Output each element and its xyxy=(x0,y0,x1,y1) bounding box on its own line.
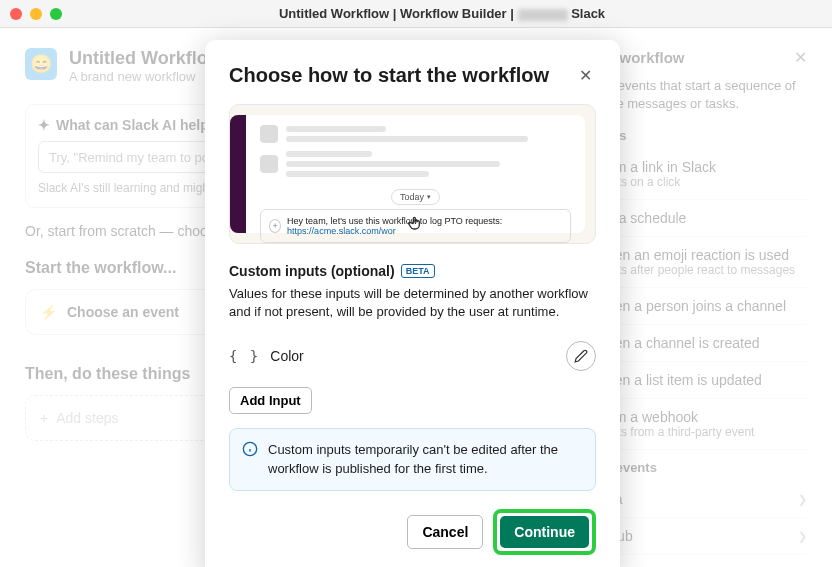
trigger-preview: Today ▾ + Hey team, let's use this workf… xyxy=(229,104,596,244)
custom-inputs-desc: Values for these inputs will be determin… xyxy=(229,285,596,321)
braces-icon: { } xyxy=(229,348,260,364)
cursor-hand-icon xyxy=(408,215,424,231)
window-titlebar: Untitled Workflow | Workflow Builder | S… xyxy=(0,0,832,28)
info-callout: Custom inputs temporarily can't be edite… xyxy=(229,428,596,490)
pencil-icon xyxy=(574,349,588,363)
custom-inputs-heading: Custom inputs (optional) BETA xyxy=(229,263,435,279)
cancel-button[interactable]: Cancel xyxy=(407,515,483,549)
info-icon xyxy=(242,441,258,477)
close-window-button[interactable] xyxy=(10,8,22,20)
continue-button[interactable]: Continue xyxy=(500,516,589,548)
modal-title: Choose how to start the workflow xyxy=(229,64,549,87)
add-input-button[interactable]: Add Input xyxy=(229,387,312,414)
continue-highlight: Continue xyxy=(493,509,596,555)
today-pill: Today ▾ xyxy=(391,189,440,205)
minimize-window-button[interactable] xyxy=(30,8,42,20)
input-name: Color xyxy=(270,348,303,364)
beta-badge: BETA xyxy=(401,264,435,278)
custom-input-row: { } Color xyxy=(229,335,596,377)
maximize-window-button[interactable] xyxy=(50,8,62,20)
edit-input-button[interactable] xyxy=(566,341,596,371)
modal-close-button[interactable]: ✕ xyxy=(575,62,596,89)
start-workflow-modal: Choose how to start the workflow ✕ xyxy=(205,40,620,567)
window-title: Untitled Workflow | Workflow Builder | S… xyxy=(62,6,822,21)
plus-icon: + xyxy=(269,219,281,233)
